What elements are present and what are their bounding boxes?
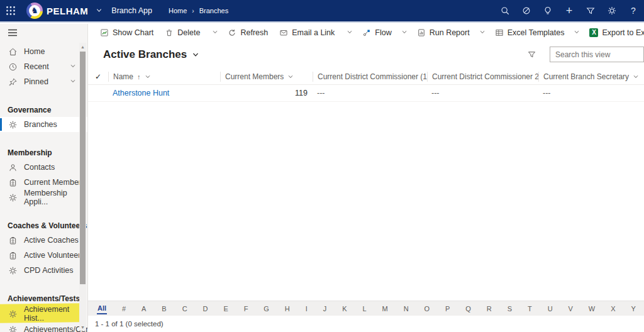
column-header-current-district-commissioner-1[interactable]: Current District Commissioner (1): [313, 72, 427, 82]
column-header-current-members[interactable]: Current Members: [220, 72, 313, 82]
jump-letter[interactable]: G: [263, 304, 270, 314]
excel-templates-chevron-icon[interactable]: [570, 28, 584, 37]
chevron-down-icon[interactable]: [70, 77, 76, 86]
jump-letter[interactable]: V: [568, 304, 574, 314]
sidebar-item-label: Home: [24, 47, 45, 56]
jump-letter[interactable]: I: [305, 304, 308, 314]
breadcrumb-home[interactable]: Home: [169, 7, 187, 14]
column-header-current-district-commissioner-2[interactable]: Current District Commissioner 2 (Role): [427, 72, 538, 82]
sidebar-item-cpd-activities[interactable]: CPD Activities: [0, 263, 87, 278]
jump-letter[interactable]: C: [182, 304, 188, 314]
sidebar-item-pinned[interactable]: Pinned: [0, 74, 87, 89]
sidebar-item-achievement-history[interactable]: Achievement Hist...: [0, 306, 87, 322]
record-link[interactable]: Atherstone Hunt: [113, 89, 169, 97]
chevron-down-icon[interactable]: [70, 62, 76, 71]
excel-templates-button[interactable]: Excel Templates: [489, 25, 570, 41]
jump-letter[interactable]: T: [527, 304, 533, 314]
jump-letter[interactable]: H: [284, 304, 291, 314]
hamburger-menu-icon[interactable]: [0, 24, 87, 42]
jump-hash[interactable]: #: [121, 304, 126, 314]
jump-letter[interactable]: D: [203, 304, 209, 314]
help-icon[interactable]: ?: [623, 0, 644, 22]
jump-letter[interactable]: U: [547, 304, 553, 314]
column-chevron-icon: [145, 74, 151, 80]
jump-letter[interactable]: P: [445, 304, 450, 314]
jump-letter[interactable]: A: [141, 304, 147, 314]
module-label[interactable]: Branch App: [111, 6, 152, 15]
view-header: Active Branches: [88, 41, 644, 68]
delete-split-chevron-icon[interactable]: [208, 28, 222, 37]
breadcrumb-current[interactable]: Branches: [199, 7, 228, 14]
compass-icon[interactable]: [516, 0, 537, 22]
sidebar-item-label: Recent: [24, 62, 49, 71]
column-header-name[interactable]: Name ↑: [108, 72, 220, 82]
app-switcher-chevron-icon[interactable]: [96, 5, 103, 16]
sidebar-scrollbar[interactable]: ▲ ▼: [79, 43, 86, 331]
sidebar-item-recent[interactable]: Recent: [0, 59, 87, 74]
sidebar-item-achievements-certificates[interactable]: Achievements/Cer...: [0, 322, 87, 332]
column-header-current-branch-secretary[interactable]: Current Branch Secretary: [538, 72, 644, 82]
entity-gear-icon: [8, 119, 18, 130]
command-bar: Show Chart Delete Refresh Email a Link F…: [88, 24, 644, 41]
jump-letter[interactable]: X: [610, 304, 616, 314]
column-label: Current Members: [225, 72, 284, 81]
jump-letter[interactable]: N: [403, 304, 409, 314]
jump-letter[interactable]: E: [223, 304, 228, 314]
flow-chevron-icon[interactable]: [397, 28, 411, 37]
jump-letter[interactable]: J: [323, 304, 328, 314]
delete-button[interactable]: Delete: [159, 25, 206, 41]
app-name: PELHAM: [47, 6, 88, 16]
scrollbar-down-arrow-icon[interactable]: ▼: [79, 323, 86, 331]
record-count-status-bar: 1 - 1 of 1 (0 selected): [88, 316, 644, 332]
flow-button[interactable]: Flow: [357, 25, 397, 41]
jump-letter[interactable]: S: [507, 304, 513, 314]
sidebar-section-membership: Membership: [0, 146, 87, 160]
table-row[interactable]: Atherstone Hunt 119 --- --- ---: [88, 85, 644, 102]
sidebar-item-contacts[interactable]: Contacts: [0, 160, 87, 175]
search-icon[interactable]: [494, 0, 516, 22]
sidebar-item-label: Membership Appli...: [24, 189, 87, 206]
sidebar-item-label: Contacts: [24, 163, 55, 172]
jump-letter[interactable]: Y: [630, 304, 636, 314]
sidebar-item-membership-applications[interactable]: Membership Appli...: [0, 190, 87, 205]
view-selector[interactable]: Active Branches: [103, 48, 199, 61]
run-report-label: Run Report: [430, 28, 470, 37]
email-a-link-button[interactable]: Email a Link: [274, 25, 340, 41]
app-launcher-icon[interactable]: [0, 0, 21, 22]
settings-gear-icon[interactable]: [601, 0, 623, 22]
sidebar-item-active-coaches[interactable]: Active Coaches: [0, 233, 87, 248]
quick-create-plus-icon[interactable]: +: [558, 0, 580, 22]
advanced-filter-icon[interactable]: [580, 0, 601, 22]
jump-letter[interactable]: M: [382, 304, 389, 314]
sidebar-item-active-volunteers[interactable]: Active Volunteers: [0, 248, 87, 263]
sidebar-item-current-members[interactable]: Current Members: [0, 175, 87, 190]
column-chevron-icon: [633, 74, 639, 80]
scrollbar-up-arrow-icon[interactable]: ▲: [79, 43, 86, 50]
run-report-button[interactable]: Run Report: [411, 25, 475, 41]
sidebar-item-label: Achievement Hist...: [24, 305, 87, 323]
jump-letter[interactable]: L: [362, 304, 367, 314]
jump-all[interactable]: All: [97, 303, 107, 314]
jump-letter[interactable]: B: [161, 304, 167, 314]
jump-letter[interactable]: K: [341, 304, 347, 314]
search-this-view-input[interactable]: [550, 47, 644, 62]
jump-letter[interactable]: Q: [465, 304, 472, 314]
run-report-chevron-icon[interactable]: [475, 28, 489, 37]
export-to-excel-button[interactable]: X Export to Excel: [584, 25, 644, 41]
pelham-logo[interactable]: ♞ PELHAM: [26, 3, 88, 19]
select-all-checkbox[interactable]: ✓: [88, 72, 108, 82]
jump-letter[interactable]: F: [243, 304, 249, 314]
scrollbar-thumb[interactable]: [80, 52, 86, 284]
sidebar-item-branches[interactable]: Branches: [0, 117, 87, 132]
lightbulb-icon[interactable]: [537, 0, 558, 22]
entity-gear-icon: [8, 324, 18, 332]
sidebar-item-home[interactable]: Home: [0, 44, 87, 59]
email-split-chevron-icon[interactable]: [343, 28, 357, 37]
jump-letter[interactable]: O: [424, 304, 431, 314]
jump-letter[interactable]: W: [588, 304, 596, 314]
jump-letter[interactable]: R: [486, 304, 492, 314]
refresh-button[interactable]: Refresh: [222, 25, 274, 41]
filter-icon[interactable]: [522, 47, 541, 63]
person-icon: [8, 162, 18, 172]
show-chart-button[interactable]: Show Chart: [94, 25, 159, 41]
